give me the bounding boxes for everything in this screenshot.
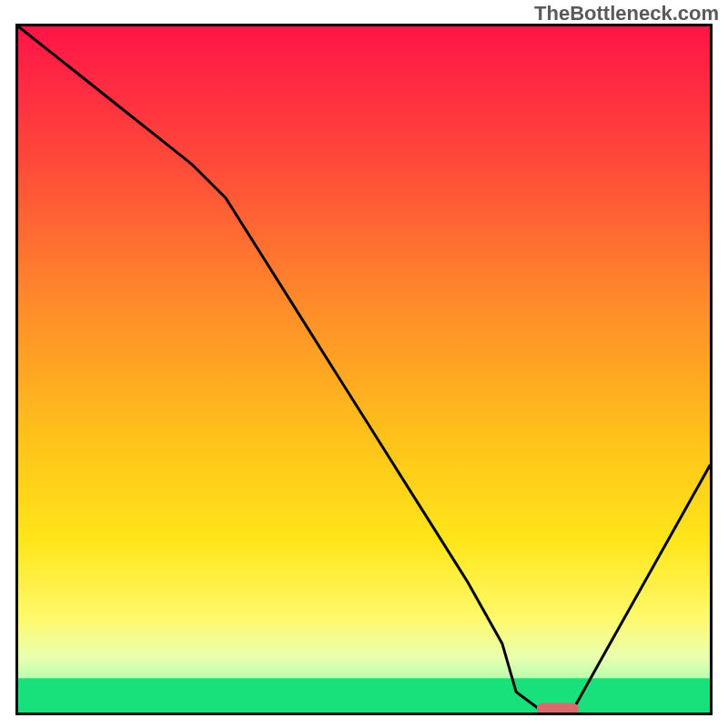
chart-container: TheBottleneck.com — [0, 0, 728, 728]
chart-frame — [15, 24, 713, 715]
green-band — [18, 678, 710, 713]
chart-svg — [18, 26, 710, 713]
gradient-background — [18, 26, 710, 713]
optimal-marker — [537, 703, 579, 713]
chart-plot-area — [18, 26, 710, 713]
watermark-text: TheBottleneck.com — [534, 2, 719, 25]
